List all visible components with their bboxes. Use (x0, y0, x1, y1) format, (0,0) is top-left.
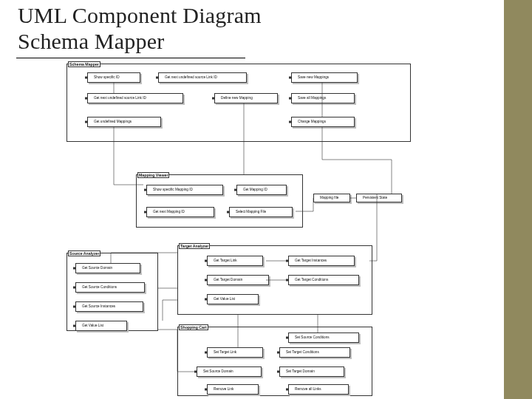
right-accent-bar (504, 0, 532, 399)
title-line-2: Schema Mapper (18, 29, 164, 53)
diagram-canvas: Schema Mapper Mapping Viewer Source Anal… (66, 64, 421, 396)
connectors (66, 64, 421, 396)
title-underline (16, 58, 245, 58)
page-title: UML Component Diagram Schema Mapper (18, 3, 262, 54)
title-line-1: UML Component Diagram (18, 3, 262, 27)
